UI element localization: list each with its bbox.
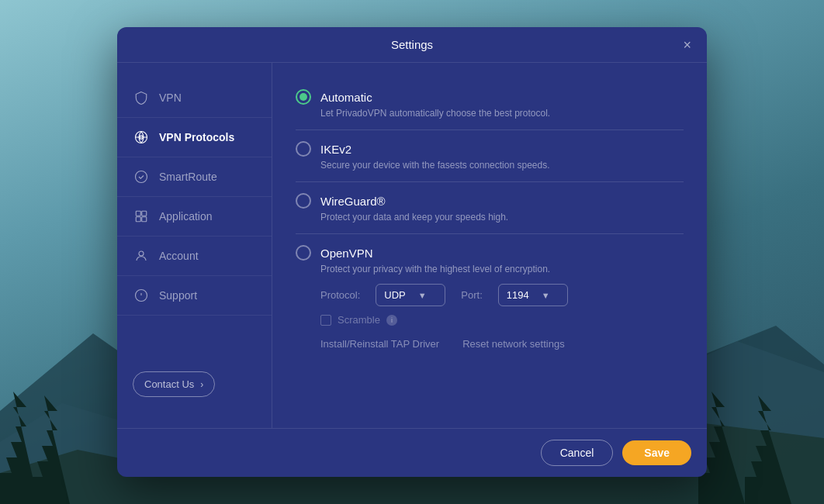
protocol-value: UDP [384,289,405,301]
protocol-ikev2-header: IKEv2 [296,141,684,157]
svg-rect-12 [142,217,147,222]
scramble-checkbox[interactable] [320,315,331,326]
sidebar-item-smartroute-label: SmartRoute [159,171,217,183]
dialog-header: Settings × [117,27,707,63]
port-value: 1194 [507,289,529,301]
main-content: Automatic Let PrivadoVPN automatically c… [272,63,707,428]
cancel-button[interactable]: Cancel [541,440,614,466]
sidebar-item-support-label: Support [159,289,197,302]
sidebar-item-smartroute[interactable]: SmartRoute [117,157,272,197]
sidebar: VPN VPN Protocols SmartRoute [117,63,272,428]
sidebar-items: VPN VPN Protocols SmartRoute [117,78,272,356]
dialog-body: VPN VPN Protocols SmartRoute [117,63,707,428]
dialog-footer: Cancel Save [117,428,707,477]
protocol-openvpn-desc: Protect your privacy with the highest le… [320,264,684,274]
protocol-ikev2: IKEv2 Secure your device with the fasest… [296,130,684,182]
protocol-ikev2-desc: Secure your device with the fasests conn… [320,160,684,171]
settings-dialog: Settings × VPN VPN Protocols [117,27,707,477]
sidebar-item-vpn-protocols[interactable]: VPN Protocols [117,118,272,157]
protocol-label: Protocol: [320,289,360,301]
protocol-openvpn-header: OpenVPN [296,245,684,261]
sidebar-item-vpn[interactable]: VPN [117,78,272,118]
sidebar-item-vpn-label: VPN [159,91,182,104]
svg-point-13 [139,251,144,256]
account-icon [133,247,150,264]
protocol-openvpn-name: OpenVPN [320,247,373,260]
sidebar-item-account-label: Account [159,250,199,262]
protocol-wireguard-desc: Protect your data and keep your speeds h… [320,212,684,223]
protocol-dropdown[interactable]: UDP ▼ [376,284,445,306]
shield-icon [133,89,150,106]
install-tap-link[interactable]: Install/Reinstall TAP Driver [320,338,439,350]
scramble-row: Scramble i [320,314,684,326]
chevron-down-icon-port: ▼ [542,291,550,300]
sidebar-item-application[interactable]: Application [117,197,272,236]
openvpn-protocol-row: Protocol: UDP ▼ Port: 1194 ▼ [320,284,684,306]
svg-rect-9 [136,211,140,216]
openvpn-extras: Protocol: UDP ▼ Port: 1194 ▼ Scra [320,284,684,350]
protocol-openvpn: OpenVPN Protect your privacy with the hi… [296,234,684,361]
application-icon [133,208,150,225]
smartroute-icon [133,168,150,185]
protocol-wireguard-name: WireGuard® [320,195,386,208]
protocol-automatic: Automatic Let PrivadoVPN automatically c… [296,78,684,130]
reset-network-link[interactable]: Reset network settings [462,338,565,350]
dialog-title: Settings [391,38,433,51]
contact-us-button[interactable]: Contact Us › [133,371,215,397]
port-label: Port: [461,289,482,301]
protocol-automatic-name: Automatic [320,91,372,104]
close-button[interactable]: × [680,35,694,55]
scramble-label: Scramble [338,314,380,326]
svg-rect-10 [142,211,147,216]
links-row: Install/Reinstall TAP Driver Reset netwo… [320,338,684,350]
sidebar-item-account[interactable]: Account [117,236,272,276]
protocol-ikev2-name: IKEv2 [320,143,351,156]
protocol-wireguard: WireGuard® Protect your data and keep yo… [296,182,684,234]
save-button[interactable]: Save [622,440,691,465]
sidebar-footer: Contact Us › [117,356,272,413]
protocol-automatic-header: Automatic [296,89,684,105]
protocol-automatic-desc: Let PrivadoVPN automatically choose the … [320,108,684,119]
chevron-down-icon: ▼ [418,291,427,300]
svg-rect-11 [136,217,140,222]
port-dropdown[interactable]: 1194 ▼ [498,284,568,306]
info-icon: i [386,315,397,326]
radio-openvpn[interactable] [296,245,311,261]
radio-automatic[interactable] [296,89,311,105]
contact-us-label: Contact Us [144,378,194,390]
support-icon [133,287,150,304]
vpn-protocols-icon [133,129,150,146]
arrow-right-icon: › [200,379,203,390]
protocol-wireguard-header: WireGuard® [296,193,684,209]
sidebar-item-application-label: Application [159,210,213,223]
svg-point-8 [136,171,147,183]
sidebar-item-vpn-protocols-label: VPN Protocols [159,131,234,143]
radio-ikev2[interactable] [296,141,311,157]
radio-wireguard[interactable] [296,193,311,209]
sidebar-item-support[interactable]: Support [117,276,272,316]
